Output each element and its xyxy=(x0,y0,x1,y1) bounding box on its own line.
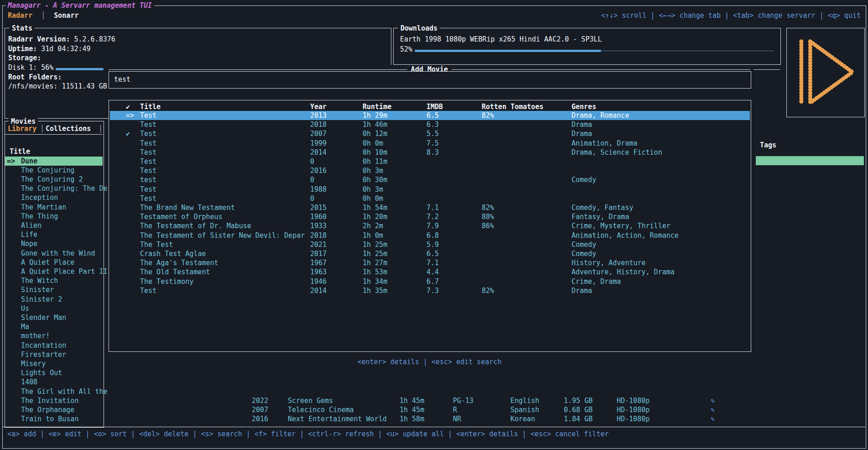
add-movie-result-row[interactable]: Test19880h 3m xyxy=(110,185,750,194)
cell-runtime: 1h 34m xyxy=(363,277,387,286)
cell-runtime: 1h 25m xyxy=(363,249,387,258)
cell-imdb: 6.5 xyxy=(426,111,439,120)
selection-marker: => xyxy=(126,111,134,120)
cell-year: 2018 xyxy=(310,120,327,129)
cell-rotten-tomatoes: 82% xyxy=(482,203,494,212)
cell-year: 2007 xyxy=(252,405,268,414)
add-movie-result-row[interactable]: Test00h 11m xyxy=(110,157,750,166)
add-movie-result-row[interactable]: Crash Test Aglae20171h 25m6.5Comedy xyxy=(110,249,750,258)
cell-language: Korean xyxy=(510,414,535,424)
cell-runtime: 0h 12m xyxy=(363,129,387,138)
cell-genres: Animation, Drama xyxy=(572,139,638,148)
add-movie-result-row[interactable]: The Brand New Testament20151h 54m7.182%C… xyxy=(110,203,750,212)
movie-search-input[interactable]: test xyxy=(109,71,751,89)
cell-year: 1946 xyxy=(310,277,327,286)
cell-year: 2014 xyxy=(310,286,327,295)
cell-imdb: 6.3 xyxy=(426,120,439,129)
add-movie-result-row[interactable]: The Testimony19461h 34m6.7Crime, Drama xyxy=(110,277,750,286)
cell-year: 1960 xyxy=(310,212,327,221)
cell-year: 0 xyxy=(310,175,314,184)
border-stub xyxy=(754,69,780,70)
add-movie-result-row[interactable]: Test20160h 3m xyxy=(110,166,750,175)
cell-title: Test xyxy=(140,166,156,175)
library-table-row[interactable]: 2016Next Entertainment World1h 58mNRKore… xyxy=(0,414,868,424)
cell-title: The Testament of Dr. Mabuse xyxy=(140,221,251,230)
cell-language: Spanish xyxy=(510,405,539,414)
cell-rating: PG-13 xyxy=(453,396,473,405)
add-movie-result-row[interactable]: The Aga's Testament19671h 27m7.1History,… xyxy=(110,258,750,267)
add-movie-result-row[interactable]: Testament of Orpheus19601h 20m7.288%Fant… xyxy=(110,212,750,221)
cell-runtime: 1h 35m xyxy=(363,286,387,295)
cell-runtime: 1h 0m xyxy=(363,231,383,240)
cell-imdb: 7.1 xyxy=(426,258,439,267)
cell-title: Test xyxy=(140,139,156,148)
cell-year: 2014 xyxy=(310,148,327,157)
cell-runtime: 1h 54m xyxy=(363,203,387,212)
cell-title: Crash Test Aglae xyxy=(140,249,206,258)
column-header-year: Year xyxy=(310,102,327,111)
cell-imdb: 4.4 xyxy=(426,267,439,277)
add-movie-result-row[interactable]: The Old Testament19631h 53m4.4Adventure,… xyxy=(110,267,750,277)
search-input-value: test xyxy=(114,75,130,84)
cell-rating: NR xyxy=(453,414,461,424)
cell-rating: R xyxy=(453,405,457,414)
library-table-row[interactable]: 2007Telecinco Cinema1h 45mRSpanish0.68 G… xyxy=(0,405,868,414)
edit-pencil-icon: ✎ xyxy=(711,414,715,424)
cell-year: 1967 xyxy=(310,258,327,267)
add-movie-result-row[interactable]: The Testament of Sister New Devil: Depar… xyxy=(110,231,750,240)
add-movie-result-row[interactable]: ✔Test20070h 12m5.5Drama xyxy=(110,129,750,138)
cell-year: 2017 xyxy=(310,249,327,258)
cell-genres: Drama xyxy=(572,120,592,129)
cell-title: The Aga's Testament xyxy=(140,258,218,267)
cell-imdb: 7.2 xyxy=(426,212,439,221)
cell-genres: Comedy xyxy=(572,175,596,184)
cell-genres: Adventure, History, Drama xyxy=(572,267,675,277)
add-movie-result-row[interactable]: Test20141h 35m7.382%Drama xyxy=(110,286,750,295)
cell-year: 2021 xyxy=(310,240,327,249)
cell-genres: Drama, Science Fiction xyxy=(572,148,662,157)
add-movie-result-row[interactable]: Test00h 0m xyxy=(110,194,750,203)
cell-title: Test xyxy=(140,286,156,295)
cell-year: 2016 xyxy=(310,166,327,175)
monitored-check: ✔ xyxy=(126,129,130,138)
cell-imdb: 6.7 xyxy=(426,277,439,286)
cell-size: 1.84 GB xyxy=(564,414,593,424)
add-movie-result-row[interactable]: Test20140h 10m8.3Drama, Science Fiction xyxy=(110,148,750,157)
cell-title: Testament of Orpheus xyxy=(140,212,223,221)
cell-genres: Drama, Romance xyxy=(572,111,629,120)
add-movie-result-row[interactable]: =>Test20131h 29m6.582%Drama, Romance xyxy=(110,111,750,120)
cell-year: 2015 xyxy=(310,203,327,212)
bottom-divider xyxy=(2,427,865,427)
cell-runtime: 1h 46m xyxy=(363,120,387,129)
cell-title: The Test xyxy=(140,240,173,249)
cell-rotten-tomatoes: 86% xyxy=(482,221,494,230)
add-movie-result-row[interactable]: test00h 30mComedy xyxy=(110,175,750,184)
cell-runtime: 0h 3m xyxy=(363,166,383,175)
cell-imdb: 7.5 xyxy=(426,139,439,148)
cell-year: 1999 xyxy=(310,139,327,148)
cell-size: 0.68 GB xyxy=(564,405,593,414)
cell-runtime: 0h 11m xyxy=(363,157,387,166)
cell-imdb: 8.3 xyxy=(426,148,439,157)
column-header-imdb: IMDB xyxy=(426,102,443,111)
cell-runtime: 1h 29m xyxy=(363,111,387,120)
cell-title: Test xyxy=(140,120,156,129)
add-movie-result-row[interactable]: Test20181h 46m6.3Drama xyxy=(110,120,750,129)
cell-runtime: 0h 10m xyxy=(363,148,387,157)
add-movie-results: ✔ Title Year Runtime IMDB Rotten Tomatoe… xyxy=(109,100,751,352)
library-table-row[interactable]: 2022Screen Gems1h 45mPG-13English1.95 GB… xyxy=(0,396,868,405)
cell-runtime: 0h 30m xyxy=(363,175,387,184)
add-movie-result-row[interactable]: Test19990h 0m7.5Animation, Drama xyxy=(110,139,750,148)
cell-quality: HD-1080p xyxy=(617,405,650,414)
edit-pencil-icon: ✎ xyxy=(711,396,715,405)
cell-year: 0 xyxy=(310,194,314,203)
add-movie-result-row[interactable]: The Test20211h 25m5.9Comedy xyxy=(110,240,750,249)
cell-studio: Telecinco Cinema xyxy=(288,405,354,414)
add-movie-result-row[interactable]: The Testament of Dr. Mabuse19332h 2m7.98… xyxy=(110,221,750,230)
column-header-monitored: ✔ xyxy=(126,102,130,111)
cell-title: The Brand New Testament xyxy=(140,203,235,212)
cell-title: Test xyxy=(140,185,156,194)
cell-genres: Animation, Action, Romance xyxy=(572,231,679,240)
cell-size: 1.95 GB xyxy=(564,396,593,405)
cell-runtime: 1h 45m xyxy=(400,396,424,405)
